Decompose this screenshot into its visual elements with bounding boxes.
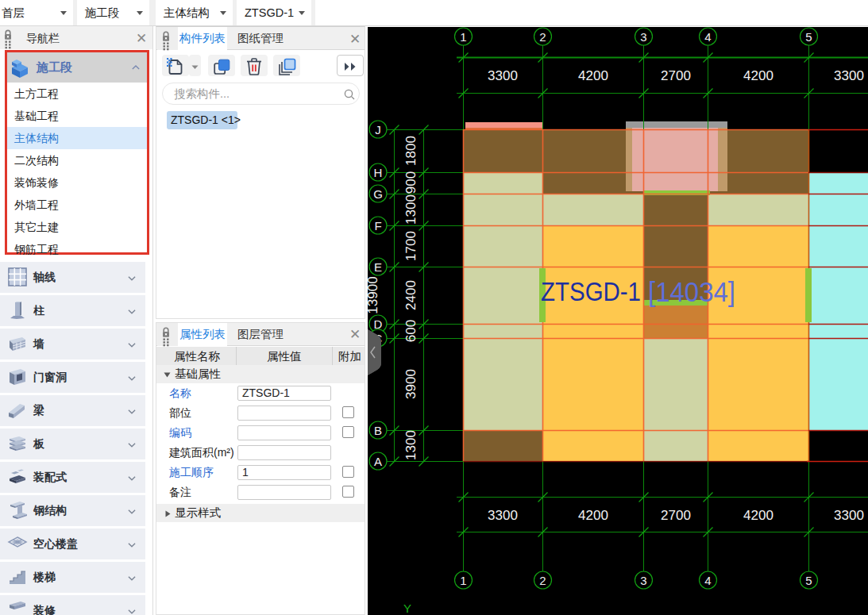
svg-text:4200: 4200 <box>578 508 608 523</box>
svg-text:3300: 3300 <box>834 68 864 83</box>
svg-text:1300: 1300 <box>403 430 419 460</box>
svg-text:4200: 4200 <box>743 68 773 83</box>
svg-text:1: 1 <box>460 574 466 587</box>
svg-text:3300: 3300 <box>834 508 864 523</box>
svg-text:D: D <box>374 317 383 331</box>
svg-text:H: H <box>374 166 383 179</box>
svg-text:G: G <box>373 187 383 201</box>
svg-text:Y: Y <box>403 602 411 615</box>
svg-text:F: F <box>374 219 381 233</box>
svg-text:1800: 1800 <box>403 136 419 166</box>
svg-text:4200: 4200 <box>743 508 773 523</box>
svg-text:4: 4 <box>704 30 711 44</box>
svg-text:2: 2 <box>539 574 546 587</box>
svg-text:3900: 3900 <box>403 369 419 399</box>
svg-text:B: B <box>374 424 382 437</box>
svg-text:A: A <box>374 455 382 468</box>
svg-text:1300: 1300 <box>403 194 419 225</box>
svg-text:ZTSGD-1: ZTSGD-1 <box>541 277 641 306</box>
svg-text:4200: 4200 <box>578 68 608 83</box>
svg-text:[14034]: [14034] <box>648 276 735 307</box>
svg-text:2400: 2400 <box>403 280 419 310</box>
svg-text:600: 600 <box>403 320 419 342</box>
svg-text:13900: 13900 <box>368 276 380 313</box>
svg-text:4: 4 <box>704 574 711 587</box>
svg-text:J: J <box>375 123 381 136</box>
svg-text:2700: 2700 <box>661 68 691 83</box>
svg-text:2: 2 <box>539 30 546 44</box>
svg-text:2700: 2700 <box>661 508 691 523</box>
svg-text:3: 3 <box>640 574 646 587</box>
svg-text:3300: 3300 <box>488 68 518 83</box>
svg-text:3: 3 <box>640 30 646 44</box>
svg-text:E: E <box>374 260 382 274</box>
svg-text:5: 5 <box>805 30 812 44</box>
svg-text:5: 5 <box>805 574 812 587</box>
svg-text:3300: 3300 <box>488 508 518 523</box>
svg-text:1: 1 <box>460 30 466 44</box>
svg-text:900: 900 <box>403 171 419 194</box>
svg-text:1700: 1700 <box>403 231 419 261</box>
